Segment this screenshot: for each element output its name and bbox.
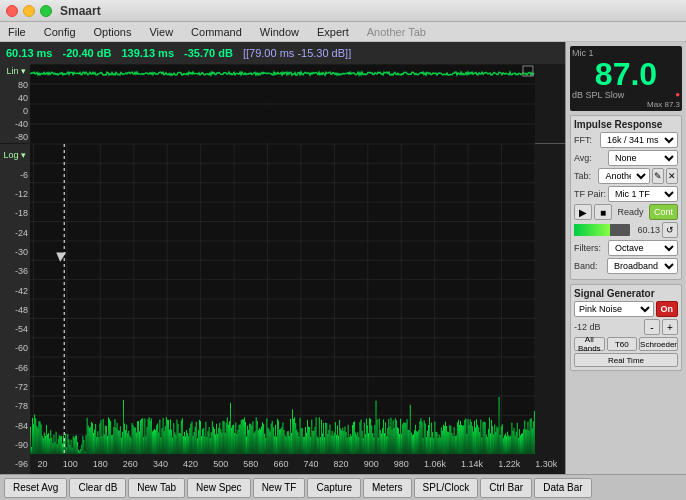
menu-another-tab[interactable]: Another Tab [363,26,430,38]
schroeder-button[interactable]: Schroeder [639,337,678,351]
loop-button[interactable]: ↺ [662,222,678,238]
tf-pair-row: TF Pair: Mic 1 TF [574,186,678,202]
progress-fill [574,224,610,236]
right-panel: Mic 1 87.0 dB SPL Slow ● Max 87.3 Impuls… [566,42,686,474]
minimize-button[interactable] [23,5,35,17]
progress-row: 60.13 ↺ [574,222,678,238]
menu-file[interactable]: File [4,26,30,38]
new-spec-button[interactable]: New Spec [187,478,251,498]
top-graph: Lin ▾ 80 40 0 -40 -80 [0,64,565,144]
real-time-row: Real Time [574,353,678,367]
ctrl-bar-button[interactable]: Ctrl Bar [480,478,532,498]
band-select[interactable]: Broadband [607,258,678,274]
main-content: 60.13 ms -20.40 dB 139.13 ms -35.70 dB [… [0,42,686,474]
measurement-val4: -35.70 dB [184,47,233,59]
all-bands-button[interactable]: All Bands [574,337,605,351]
avg-row: Avg: None [574,150,678,166]
menu-view[interactable]: View [145,26,177,38]
new-tf-button[interactable]: New TF [253,478,306,498]
signal-generator-title: Signal Generator [574,288,678,299]
filters-select[interactable]: Octave [608,240,678,256]
stop-button[interactable]: ■ [594,204,612,220]
status-label: Ready [614,207,647,217]
app-title: Smaart [60,4,101,18]
clear-db-button[interactable]: Clear dB [69,478,126,498]
fft-label: FFT: [574,135,598,145]
minus-button[interactable]: - [644,319,660,335]
spl-display: Mic 1 87.0 dB SPL Slow ● Max 87.3 [570,46,682,111]
filters-label: Filters: [574,243,606,253]
menu-window[interactable]: Window [256,26,303,38]
menu-expert[interactable]: Expert [313,26,353,38]
bottom-toolbar: Reset Avg Clear dB New Tab New Spec New … [0,474,686,500]
fft-row: FFT: 16k / 341 ms [574,132,678,148]
band-row: Band: Broadband [574,258,678,274]
spl-value: 87.0 [572,58,680,90]
db-row: -12 dB - + [574,319,678,335]
real-time-button[interactable]: Real Time [574,353,678,367]
menu-command[interactable]: Command [187,26,246,38]
meters-button[interactable]: Meters [363,478,412,498]
title-bar: Smaart [0,0,686,22]
filters-row: Filters: Octave [574,240,678,256]
tab-settings-icon[interactable]: ✎ [652,168,664,184]
tab-close-icon[interactable]: ✕ [666,168,678,184]
db-value: -12 dB [574,322,642,332]
menu-options[interactable]: Options [90,26,136,38]
progress-bar [574,224,630,236]
noise-row: Pink Noise On [574,301,678,317]
play-button[interactable]: ▶ [574,204,592,220]
measurement-val1: 60.13 ms [6,47,52,59]
t60-button[interactable]: T60 [607,337,638,351]
tab-row: Tab: Another Tab ✎ ✕ [574,168,678,184]
measurement-bracket: [[79.00 ms -15.30 dB]] [243,47,351,59]
tab-label: Tab: [574,171,596,181]
impulse-response-title: Impulse Response [574,119,678,130]
measurement-val3: 139.13 ms [121,47,174,59]
noise-type-select[interactable]: Pink Noise [574,301,654,317]
avg-label: Avg: [574,153,606,163]
bottom-buttons-row: All Bands T60 Schroeder [574,337,678,351]
top-graph-canvas [0,64,535,144]
new-tab-button[interactable]: New Tab [128,478,185,498]
bottom-graph: Log ▾ -6 -12 -18 -24 -30 -36 -42 -48 -54… [0,144,565,474]
lin-scale-selector[interactable]: Lin ▾ [4,65,28,77]
capture-button[interactable]: Capture [307,478,361,498]
menu-bar: File Config Options View Command Window … [0,22,686,42]
close-button[interactable] [6,5,18,17]
traffic-lights [6,5,52,17]
cont-button[interactable]: Cont [649,204,678,220]
fft-select[interactable]: 16k / 341 ms [600,132,678,148]
progress-value: 60.13 [632,225,660,235]
band-label: Band: [574,261,605,271]
spl-clock-button[interactable]: SPL/Clock [414,478,479,498]
measurement-val2: -20.40 dB [62,47,111,59]
spl-max: Max 87.3 [572,100,680,109]
maximize-button[interactable] [40,5,52,17]
plus-button[interactable]: + [662,319,678,335]
graph-header: 60.13 ms -20.40 dB 139.13 ms -35.70 dB [… [0,42,565,64]
log-scale-selector[interactable]: Log ▾ [1,149,28,161]
x-axis-labels: 20 100 180 260 340 420 500 580 660 740 8… [30,454,565,474]
playback-row: ▶ ■ Ready Cont [574,204,678,220]
on-button[interactable]: On [656,301,679,317]
menu-config[interactable]: Config [40,26,80,38]
impulse-response-section: Impulse Response FFT: 16k / 341 ms Avg: … [570,115,682,280]
data-bar-button[interactable]: Data Bar [534,478,591,498]
tf-pair-select[interactable]: Mic 1 TF [608,186,678,202]
bottom-graph-y-axis: Log ▾ -6 -12 -18 -24 -30 -36 -42 -48 -54… [0,144,30,474]
signal-generator-section: Signal Generator Pink Noise On -12 dB - … [570,284,682,371]
avg-select[interactable]: None [608,150,678,166]
tab-select[interactable]: Another Tab [598,168,650,184]
tf-pair-label: TF Pair: [574,189,606,199]
bottom-graph-canvas [0,144,535,454]
reset-avg-button[interactable]: Reset Avg [4,478,67,498]
top-graph-y-axis: Lin ▾ 80 40 0 -40 -80 [0,64,30,143]
graph-area: 60.13 ms -20.40 dB 139.13 ms -35.70 dB [… [0,42,566,474]
